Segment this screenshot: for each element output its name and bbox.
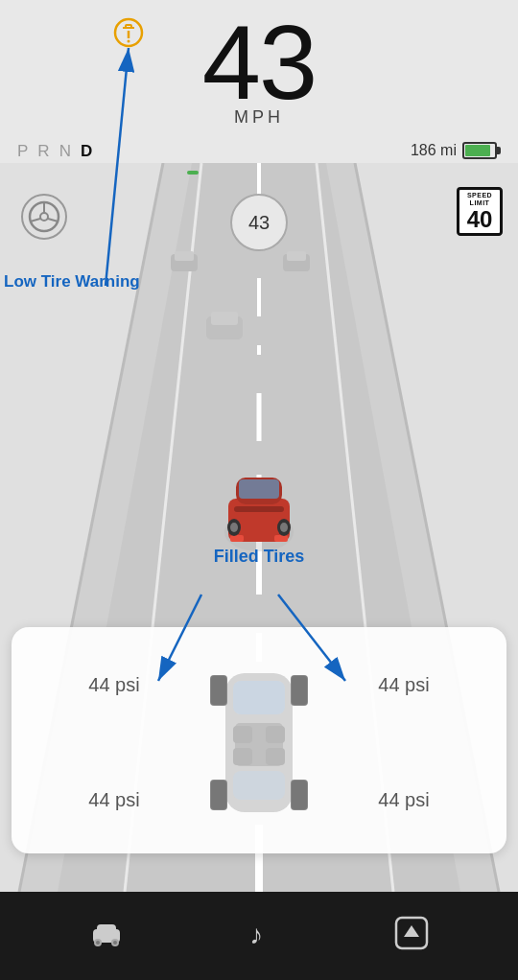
- svg-rect-49: [266, 726, 285, 743]
- low-tire-warning-annotation: Low Tire Warning: [0, 272, 140, 292]
- svg-line-9: [48, 219, 59, 222]
- filled-tires-annotation: Filled Tires: [214, 547, 305, 567]
- autopilot-bar: [187, 171, 199, 175]
- gear-p[interactable]: P: [17, 142, 28, 161]
- tire-grid: 44 psi: [27, 646, 491, 838]
- gear-r[interactable]: R: [37, 142, 49, 161]
- speed-limit-sign: SPEEDLIMIT 40: [457, 187, 503, 236]
- svg-rect-27: [211, 312, 238, 325]
- svg-point-38: [230, 523, 238, 532]
- front-left-psi: 44 psi: [27, 674, 201, 715]
- current-speed-circle: 43: [230, 194, 288, 251]
- music-nav-icon: ♪: [246, 917, 272, 956]
- svg-rect-56: [211, 676, 226, 705]
- rear-right-psi: 44 psi: [317, 770, 491, 811]
- svg-rect-23: [175, 251, 194, 261]
- svg-rect-48: [233, 726, 252, 743]
- bottom-nav: ♪: [0, 892, 518, 980]
- gear-d[interactable]: D: [81, 142, 92, 161]
- svg-text:♪: ♪: [249, 920, 263, 949]
- svg-rect-45: [233, 681, 285, 714]
- svg-rect-61: [97, 924, 116, 934]
- rear-left-psi: 44 psi: [27, 770, 201, 811]
- gear-selector: P R N D: [17, 142, 92, 161]
- front-right-psi: 44 psi: [317, 674, 491, 715]
- svg-point-6: [40, 213, 48, 221]
- speed-value: 43: [202, 10, 316, 115]
- tire-pressure-card: 44 psi: [12, 627, 506, 853]
- svg-rect-46: [233, 771, 285, 800]
- nav-up-item[interactable]: [394, 916, 429, 957]
- battery-range: 186 mi: [411, 142, 457, 159]
- svg-point-39: [280, 523, 288, 532]
- svg-rect-50: [233, 748, 252, 765]
- tire-warning-icon: [113, 17, 144, 55]
- car-nav-icon: [89, 920, 124, 953]
- svg-point-4: [128, 40, 130, 43]
- battery-icon: [462, 142, 501, 159]
- nav-music-item[interactable]: ♪: [246, 917, 272, 956]
- battery-fill: [465, 145, 490, 156]
- svg-rect-33: [230, 535, 244, 542]
- up-nav-icon: [394, 916, 429, 957]
- tire-car-diagram: [201, 654, 317, 831]
- filled-tires-text: Filled Tires: [214, 547, 305, 566]
- low-tire-warning-text: Low Tire Warning: [4, 272, 140, 292]
- nav-car-item[interactable]: [89, 920, 124, 953]
- battery-body: [462, 142, 497, 159]
- speed-limit-value: 40: [461, 208, 498, 231]
- svg-point-65: [113, 941, 117, 945]
- svg-rect-25: [287, 251, 306, 261]
- svg-rect-57: [292, 676, 307, 705]
- svg-rect-31: [239, 479, 279, 499]
- gear-n[interactable]: N: [59, 142, 71, 161]
- battery-display: 186 mi: [411, 142, 501, 159]
- svg-line-8: [31, 219, 41, 222]
- svg-rect-35: [234, 506, 284, 512]
- battery-tip: [497, 147, 501, 154]
- steering-wheel-icon[interactable]: [21, 194, 67, 240]
- svg-point-64: [96, 941, 100, 945]
- speed-container: 43 MPH: [202, 10, 316, 128]
- svg-rect-34: [274, 535, 288, 542]
- svg-rect-59: [292, 781, 307, 809]
- svg-marker-68: [404, 925, 419, 937]
- main-display: 43 MPH 186 mi P R N D: [0, 0, 518, 892]
- svg-rect-58: [211, 781, 226, 809]
- svg-rect-51: [266, 748, 285, 765]
